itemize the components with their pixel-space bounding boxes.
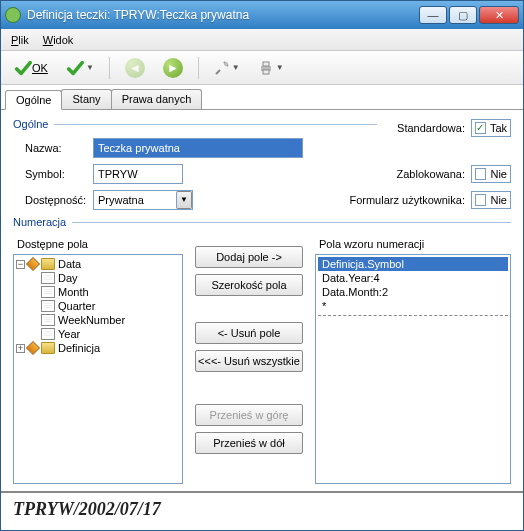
chevron-down-icon: ▼ xyxy=(86,63,94,72)
label-symbol: Symbol: xyxy=(13,168,93,180)
printer-icon xyxy=(258,60,274,76)
remove-field-button[interactable]: <- Usuń pole xyxy=(195,322,303,344)
zablokowana-checkbox[interactable]: Nie xyxy=(471,165,511,183)
diamond-icon xyxy=(26,341,40,355)
ok-button[interactable]: OK xyxy=(7,56,55,80)
check-icon xyxy=(14,59,32,77)
close-button[interactable]: ✕ xyxy=(479,6,519,24)
tree-label: WeekNumber xyxy=(58,314,125,326)
wrench-icon xyxy=(214,60,230,76)
tools-button[interactable]: ▼ xyxy=(207,57,247,79)
tree-label: Definicja xyxy=(58,342,100,354)
field-width-button[interactable]: Szerokość pola xyxy=(195,274,303,296)
label-pola-wzoru: Pola wzoru numeracji xyxy=(319,238,511,250)
move-down-button[interactable]: Przenieś w dół xyxy=(195,432,303,454)
svg-rect-2 xyxy=(263,62,269,66)
print-button[interactable]: ▼ xyxy=(251,57,291,79)
label-dostepnosc: Dostępność: xyxy=(13,194,93,206)
expand-icon[interactable]: + xyxy=(16,344,25,353)
tree-node[interactable]: Day xyxy=(16,271,180,285)
arrow-left-icon: ◄ xyxy=(125,58,145,78)
menu-plik[interactable]: Plik xyxy=(11,34,29,46)
label-standardowa: Standardowa: xyxy=(397,122,465,134)
move-up-button[interactable]: Przenieś w górę xyxy=(195,404,303,426)
collapse-icon[interactable]: − xyxy=(16,260,25,269)
menu-widok[interactable]: Widok xyxy=(43,34,74,46)
tab-prawa[interactable]: Prawa danych xyxy=(111,89,203,109)
nav-forward-button[interactable]: ► xyxy=(156,55,190,81)
checkbox-icon xyxy=(475,168,486,180)
tree-node-definicja[interactable]: + Definicja xyxy=(16,341,180,355)
label-zablokowana: Zablokowana: xyxy=(397,168,466,180)
add-field-button[interactable]: Dodaj pole -> xyxy=(195,246,303,268)
group-numeracja: Numeracja xyxy=(13,216,511,228)
field-icon xyxy=(41,328,55,340)
list-item[interactable]: * xyxy=(318,299,508,313)
tree-node[interactable]: WeekNumber xyxy=(16,313,180,327)
arrow-right-icon: ► xyxy=(163,58,183,78)
tree-label: Data xyxy=(58,258,81,270)
tree-label: Year xyxy=(58,328,80,340)
checkmark-icon: ✓ xyxy=(475,122,486,134)
svg-rect-3 xyxy=(263,70,269,74)
field-icon xyxy=(41,272,55,284)
chevron-down-icon: ▼ xyxy=(176,191,192,209)
label-formularz: Formularz użytkownika: xyxy=(349,194,465,206)
maximize-button[interactable]: ▢ xyxy=(449,6,477,24)
apply-button[interactable]: ▼ xyxy=(59,56,101,80)
available-fields-tree[interactable]: − Data Day Month Quarter WeekNumber Year… xyxy=(13,254,183,484)
list-item[interactable]: Data.Year:4 xyxy=(318,271,508,285)
checkbox-label: Nie xyxy=(490,194,507,206)
diamond-icon xyxy=(26,257,40,271)
tree-node[interactable]: Month xyxy=(16,285,180,299)
field-icon xyxy=(41,300,55,312)
check-icon xyxy=(66,59,84,77)
tab-ogolne[interactable]: Ogólne xyxy=(5,90,62,110)
list-item[interactable]: Definicja.Symbol xyxy=(318,257,508,271)
group-ogolne: Ogólne xyxy=(13,118,377,130)
label-dostepne-pola: Dostępne pola xyxy=(17,238,183,250)
symbol-input[interactable] xyxy=(93,164,183,184)
numbering-sample: TPRYW/2002/07/17 xyxy=(1,491,523,530)
formularz-checkbox[interactable]: Nie xyxy=(471,191,511,209)
pattern-fields-list[interactable]: Definicja.Symbol Data.Year:4 Data.Month:… xyxy=(315,254,511,484)
select-value: Prywatna xyxy=(94,194,176,206)
folder-icon xyxy=(41,342,55,354)
dostepnosc-select[interactable]: Prywatna ▼ xyxy=(93,190,193,210)
tree-node[interactable]: Year xyxy=(16,327,180,341)
tree-node[interactable]: Quarter xyxy=(16,299,180,313)
minimize-button[interactable]: — xyxy=(419,6,447,24)
nazwa-input[interactable] xyxy=(93,138,303,158)
label-nazwa: Nazwa: xyxy=(13,142,93,154)
tree-label: Day xyxy=(58,272,78,284)
ok-label: OK xyxy=(32,62,48,74)
checkbox-label: Nie xyxy=(490,168,507,180)
field-icon xyxy=(41,286,55,298)
list-separator xyxy=(318,315,508,316)
folder-icon xyxy=(41,258,55,270)
svg-point-0 xyxy=(224,62,228,66)
chevron-down-icon: ▼ xyxy=(232,63,240,72)
tree-label: Month xyxy=(58,286,89,298)
app-icon xyxy=(5,7,21,23)
checkbox-label: Tak xyxy=(490,122,507,134)
remove-all-button[interactable]: <<<- Usuń wszystkie xyxy=(195,350,303,372)
window-title: Definicja teczki: TPRYW:Teczka prywatna xyxy=(27,8,419,22)
list-item[interactable]: Data.Month:2 xyxy=(318,285,508,299)
tree-node-data[interactable]: − Data xyxy=(16,257,180,271)
tree-label: Quarter xyxy=(58,300,95,312)
chevron-down-icon: ▼ xyxy=(276,63,284,72)
checkbox-icon xyxy=(475,194,486,206)
field-icon xyxy=(41,314,55,326)
tab-stany[interactable]: Stany xyxy=(61,89,111,109)
nav-back-button[interactable]: ◄ xyxy=(118,55,152,81)
standardowa-checkbox[interactable]: ✓ Tak xyxy=(471,119,511,137)
